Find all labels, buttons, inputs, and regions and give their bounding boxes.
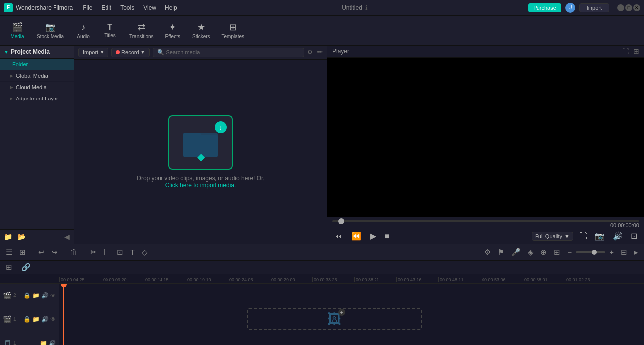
track-a1-folder[interactable]: 📁 [40,340,47,345]
menu-view[interactable]: View [139,3,160,12]
toolbar-item-titles[interactable]: T Titles [98,21,122,40]
zoom-thumb[interactable] [592,250,597,255]
project-media-header[interactable]: ▼ Project Media [0,46,74,59]
app-name: Wondershare Filmora [16,4,73,11]
volume-icon[interactable]: 🔊 [611,231,625,241]
track-label-v1: 🎬 1 🔒 📁 🔊 👁 [0,307,59,331]
crop-icon[interactable]: ⊡ [629,231,639,241]
info-icon[interactable]: ℹ [365,4,368,11]
drop-placeholder-container: 🖼 + [327,311,341,327]
timeline-mic-icon[interactable]: 🎤 [509,247,523,258]
menu-help[interactable]: Help [161,3,181,12]
track-drop-zone[interactable]: 🖼 + [247,308,422,329]
track-v2-lock[interactable]: 🔒 [23,292,31,299]
timeline-menu-icon[interactable]: ☰ [4,247,14,258]
import-button-toolbar[interactable]: Import ▼ [78,48,108,57]
transitions-icon: ⇄ [138,22,145,33]
zoom-out-icon[interactable]: − [565,247,574,257]
sidebar-item-folder[interactable]: Folder [0,59,74,70]
timeline-more-icon[interactable]: ▸ [632,247,640,258]
global-arrow: ▶ [10,73,13,78]
keyframe-button[interactable]: ◇ [140,247,150,258]
track-v1-folder[interactable]: 📁 [32,316,40,323]
more-options-icon[interactable]: ••• [317,49,323,56]
track-v2-folder[interactable]: 📁 [32,292,40,299]
toolbar-item-transitions[interactable]: ⇄ Transitions [124,20,159,41]
settings-icon[interactable]: ⊞ [633,48,639,55]
crop-button[interactable]: ⊡ [115,247,125,258]
track-v1-controls: 🔒 📁 🔊 👁 [23,316,56,323]
import-folder-icon[interactable]: 📂 [17,233,26,241]
cut-button[interactable]: ✂ [88,247,99,258]
collapse-panel-icon[interactable]: ◀ [64,233,70,241]
timeline-settings-icon[interactable]: ⚙ [483,247,493,258]
record-label: Record [121,49,139,55]
track-add-icon[interactable]: ⊞ [4,262,14,273]
menu-tools[interactable]: Tools [116,3,138,12]
timeline-marker-icon[interactable]: ◈ [526,247,536,258]
menu-edit[interactable]: Edit [98,3,116,12]
ruler-mark-6: 00:00:33:25 [312,277,354,282]
timeline-grid-icon[interactable]: ⊟ [619,247,629,258]
fullscreen-icon[interactable]: ⛶ [577,232,589,241]
record-button[interactable]: Record ▼ [111,48,149,57]
close-button[interactable]: ✕ [633,4,640,11]
filter-icon[interactable]: ⚙ [307,49,313,56]
rewind-button[interactable]: ⏮ [332,232,344,241]
quality-selector[interactable]: Full Quality ▼ [532,232,573,241]
purchase-button[interactable]: Purchase [528,3,561,12]
timeline-auto-icon[interactable]: ⊕ [538,247,549,258]
timeline-snap-icon[interactable]: ⊞ [17,247,28,258]
screenshot-icon[interactable]: 📷 [593,231,607,241]
toolbar-item-effects[interactable]: ✦ Effects [161,20,185,41]
drop-link[interactable]: Click here to import media. [165,182,236,189]
track-v2-mute[interactable]: 🔊 [41,292,49,299]
track-v1-eye[interactable]: 👁 [50,316,56,323]
progress-track[interactable] [332,220,639,222]
sidebar-item-adjustment-layer[interactable]: ▶ Adjustment Layer [0,93,74,104]
folder-label: Folder [12,61,28,67]
delete-button[interactable]: 🗑 [68,247,80,257]
transitions-label: Transitions [129,34,154,39]
zoom-in-icon[interactable]: + [607,247,616,257]
timeline-flag-icon[interactable]: ⚑ [496,247,506,258]
search-input[interactable] [166,49,300,55]
play-button[interactable]: ▶ [368,231,378,241]
minimize-button[interactable]: ─ [617,4,624,11]
project-title: Untitled [342,4,362,11]
split-button[interactable]: ⊢ [102,247,112,258]
stop-button[interactable]: ■ [383,232,392,241]
menu-file[interactable]: File [79,3,96,12]
track-v1-mute[interactable]: 🔊 [41,316,49,323]
playhead[interactable] [63,284,64,345]
track-v1-lock[interactable]: 🔒 [23,316,31,323]
zoom-slider[interactable] [576,251,605,253]
adjustment-layer-label: Adjustment Layer [16,96,58,101]
toolbar-item-stickers[interactable]: ★ Stickers [187,20,215,41]
drop-text: Drop your video clips, images, or audio … [137,175,264,182]
menu-bar: File Edit Tools View Help [79,3,181,12]
track-a1-mute[interactable]: 🔊 [49,340,56,345]
toolbar-item-media[interactable]: 🎬 Media [5,20,30,41]
maximize-button[interactable]: □ [625,4,632,11]
avatar[interactable]: U [565,3,575,13]
track-v1-num: 1 [13,316,16,322]
ruler-mark-9: 00:00:48:11 [438,277,481,282]
timeline-overlay-icon[interactable]: ⊞ [552,247,562,258]
undo-button[interactable]: ↩ [36,247,47,258]
toolbar-item-audio[interactable]: ♪ Audio [71,20,96,41]
text-button[interactable]: T [128,247,137,257]
new-folder-icon[interactable]: 📁 [4,233,12,241]
redo-button[interactable]: ↪ [50,247,60,258]
record-dropdown-arrow: ▼ [141,50,145,55]
skip-back-button[interactable]: ⏪ [349,231,363,241]
toolbar-item-templates[interactable]: ⊞ Templates [217,20,250,41]
sidebar-item-cloud-media[interactable]: ▶ Cloud Media [0,82,74,93]
expand-icon[interactable]: ⛶ [622,48,629,55]
sidebar-item-global-media[interactable]: ▶ Global Media [0,70,74,82]
drop-folder[interactable]: ↓ ◆ [168,115,233,170]
toolbar-item-stock-media[interactable]: 📷 Stock Media [32,20,69,41]
track-link-icon[interactable]: 🔗 [19,262,33,273]
track-v2-eye[interactable]: 👁 [50,292,56,299]
import-button[interactable]: Import [579,3,609,12]
